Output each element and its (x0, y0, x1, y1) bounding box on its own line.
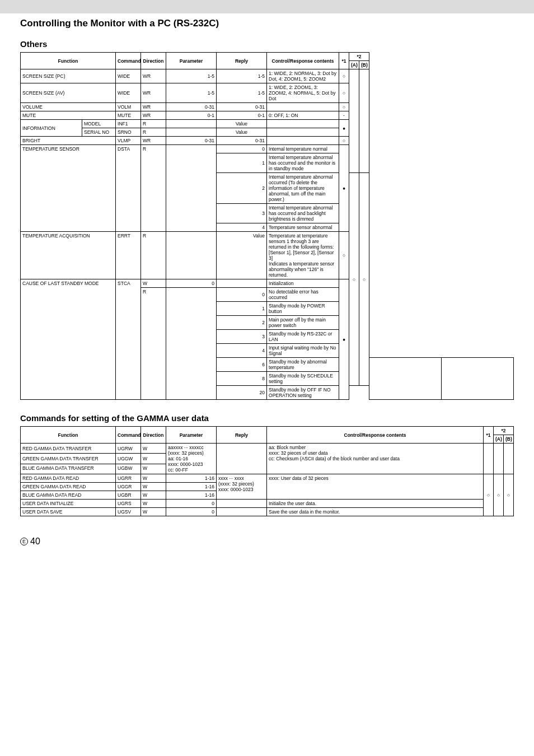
page-content: Controlling the Monitor with a PC (RS-23… (0, 18, 534, 528)
cell (359, 69, 369, 173)
cell (166, 120, 217, 128)
cell (217, 444, 267, 474)
row-screen-pc: SCREEN SIZE (PC) WIDE WR 1-5 1-5 1: WIDE… (21, 69, 514, 83)
col-contents: Control/Response contents (267, 427, 484, 444)
cell: R (141, 128, 166, 137)
page-footer: E 40 (0, 528, 534, 547)
cell: Temperature at temperature sensors 1 thr… (267, 232, 339, 279)
cell: Standby mode by OFF IF NO OPERATION sett… (267, 386, 339, 400)
cell: W (141, 279, 166, 288)
cell: 4 (217, 344, 267, 358)
cell: BLUE GAMMA DATA READ (21, 491, 116, 500)
cell: Value (217, 120, 267, 128)
col-parameter: Parameter (166, 427, 217, 444)
cell: UGSV (116, 508, 141, 516)
cell: aaxxxx ··· xxxxcc (xxxx: 32 pieces) aa: … (166, 444, 217, 474)
col-star1: *1 (339, 53, 349, 69)
cell: W (141, 474, 166, 483)
cell: BLUE GAMMA DATA TRANSFER (21, 464, 116, 474)
cell: 1-16 (166, 474, 217, 483)
cell: TEMPERATURE SENSOR (21, 145, 116, 232)
cell: W (141, 483, 166, 491)
cell: GREEN GAMMA DATA TRANSFER (21, 454, 116, 464)
cell: UGRS (116, 500, 141, 508)
cell: ○ (349, 173, 359, 386)
cell: ERRT (116, 232, 141, 279)
cell (503, 444, 513, 474)
cell: 0-31 (217, 137, 267, 145)
cell: 1: WIDE, 2: NORMAL, 3: Dot by Dot, 4: ZO… (267, 69, 339, 83)
cell: WR (141, 111, 166, 120)
cell: No detectable error has occurred (267, 288, 339, 302)
row-temp-0: TEMPERATURE SENSOR DSTA R 0 Internal tem… (21, 145, 514, 153)
cell: 1: WIDE, 2: ZOOM1, 3: ZOOM2, 4: NORMAL, … (267, 83, 339, 103)
cell: 0-1 (166, 111, 217, 120)
cell: STCA (116, 279, 141, 400)
cell: Standby mode by SCHEDULE setting (267, 372, 339, 386)
header-row: Function Command Direction Parameter Rep… (21, 427, 514, 435)
cell: - (339, 111, 349, 120)
page-number: 40 (30, 536, 40, 547)
cell (166, 232, 217, 279)
cell: USER DATA SAVE (21, 508, 116, 516)
cell: W (141, 491, 166, 500)
cell: R (141, 145, 166, 232)
cell: VOLUME (21, 103, 116, 111)
row-read-red: RED GAMMA DATA READ UGRR W 1-16 xxxx ···… (21, 474, 514, 483)
cell: Initialize the user data. (267, 500, 484, 508)
cell: 1-16 (166, 491, 217, 500)
cell: 1-5 (166, 69, 217, 83)
page-title: Controlling the Monitor with a PC (RS-23… (20, 18, 514, 29)
cell: 3 (217, 330, 267, 344)
cell (493, 444, 503, 474)
cell: Main power off by the main power switch (267, 316, 339, 330)
cell: Standby mode by RS-232C or LAN (267, 330, 339, 344)
cell (166, 288, 217, 400)
cell: W (141, 508, 166, 516)
cell: WIDE (116, 69, 141, 83)
cell: 1-5 (217, 69, 267, 83)
e-marker-icon: E (20, 538, 28, 545)
cell: 0: OFF, 1: ON (267, 111, 339, 120)
cell (217, 279, 267, 288)
cell: GREEN GAMMA DATA READ (21, 483, 116, 491)
row-save: USER DATA SAVE UGSV W 0 Save the user da… (21, 508, 514, 516)
cell: xxxx ··· xxxx (xxxx: 32 pieces) xxxx: 00… (217, 474, 267, 500)
cell: Standby mode by abnormal temperature (267, 358, 339, 372)
col-command: Command (116, 427, 141, 444)
col-parameter: Parameter (166, 53, 217, 69)
cell: ○ (359, 173, 369, 386)
cell: WR (141, 69, 166, 83)
cell: Internal temperature abnormal occurred (… (267, 173, 339, 204)
row-init: USER DATA INITIALIZE UGRS W 0 Initialize… (21, 500, 514, 508)
header-row: Function Command Direction Parameter Rep… (21, 53, 514, 61)
cell: 2 (217, 173, 267, 204)
cell: Value (217, 232, 267, 279)
cell: 0 (217, 145, 267, 153)
cell (267, 137, 339, 145)
cell: ○ (493, 474, 503, 516)
cell: ○ (483, 474, 493, 516)
row-temp-acq: TEMPERATURE ACQUISITION ERRT R Value Tem… (21, 232, 514, 279)
col-star2: *2 (349, 53, 369, 61)
cell: UGGR (116, 483, 141, 491)
cell: MUTE (21, 111, 116, 120)
cell: INF1 (116, 120, 141, 128)
cell: 0 (166, 500, 217, 508)
row-xfer-red: RED GAMMA DATA TRANSFER UGRW W aaxxxx ··… (21, 444, 514, 454)
cell: INFORMATION (21, 120, 82, 137)
cell: Standby mode by POWER button (267, 302, 339, 316)
cell: MODEL (82, 120, 116, 128)
cell: ○ (339, 232, 349, 279)
col-direction: Direction (141, 53, 166, 69)
cell: R (141, 288, 166, 400)
row-bright: BRIGHT VLMP WR 0-31 0-31 ○ (21, 137, 514, 145)
col-star1: *1 (483, 427, 493, 444)
gamma-table: Function Command Direction Parameter Rep… (20, 426, 514, 516)
cell: 0-1 (217, 111, 267, 120)
col-contents: Control/Response contents (267, 53, 339, 69)
cell: ○ (339, 83, 349, 103)
cell: Initialization (267, 279, 339, 288)
cell: 0-31 (217, 103, 267, 111)
cell: BRIGHT (21, 137, 116, 145)
